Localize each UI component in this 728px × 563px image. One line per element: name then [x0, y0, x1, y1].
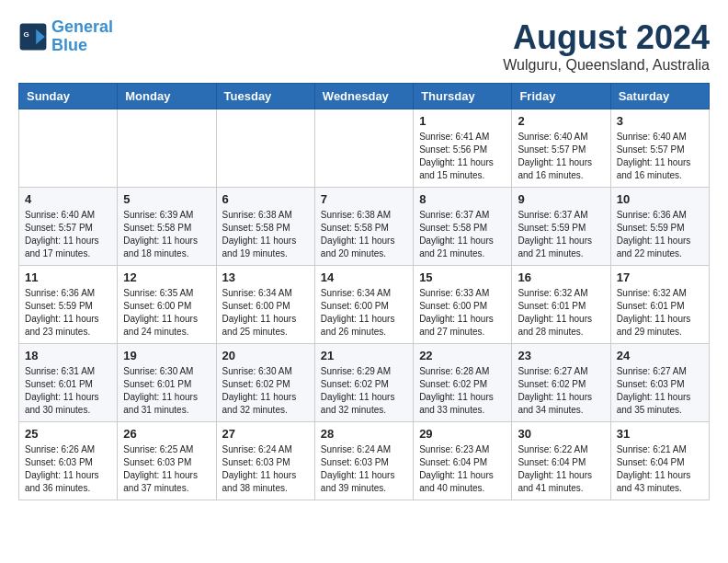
- calendar-week-5: 25Sunrise: 6:26 AMSunset: 6:03 PMDayligh…: [19, 422, 710, 500]
- day-info: Sunrise: 6:39 AMSunset: 5:58 PMDaylight:…: [123, 209, 210, 260]
- day-number: 13: [222, 270, 309, 284]
- day-number: 8: [419, 192, 506, 206]
- day-number: 22: [419, 349, 506, 362]
- calendar-cell: 10Sunrise: 6:36 AMSunset: 5:59 PMDayligh…: [610, 188, 709, 266]
- weekday-header-saturday: Saturday: [610, 84, 709, 109]
- day-number: 21: [321, 349, 407, 362]
- calendar-cell: 24Sunrise: 6:27 AMSunset: 6:03 PMDayligh…: [610, 344, 709, 422]
- month-year-title: August 2024: [503, 18, 710, 57]
- day-info: Sunrise: 6:27 AMSunset: 6:03 PMDaylight:…: [617, 365, 703, 417]
- day-number: 18: [25, 349, 111, 362]
- day-number: 24: [617, 349, 703, 362]
- calendar-cell: 31Sunrise: 6:21 AMSunset: 6:04 PMDayligh…: [610, 422, 709, 500]
- calendar-cell: 7Sunrise: 6:38 AMSunset: 5:58 PMDaylight…: [314, 188, 413, 266]
- calendar-cell: 29Sunrise: 6:23 AMSunset: 6:04 PMDayligh…: [414, 422, 512, 500]
- day-info: Sunrise: 6:38 AMSunset: 5:58 PMDaylight:…: [222, 209, 309, 260]
- day-number: 9: [518, 192, 604, 206]
- day-number: 25: [25, 427, 111, 441]
- day-info: Sunrise: 6:32 AMSunset: 6:01 PMDaylight:…: [518, 287, 604, 339]
- day-info: Sunrise: 6:30 AMSunset: 6:01 PMDaylight:…: [123, 365, 210, 417]
- day-info: Sunrise: 6:41 AMSunset: 5:56 PMDaylight:…: [419, 131, 506, 182]
- day-number: 7: [321, 192, 407, 206]
- logo: G General Blue: [18, 18, 113, 55]
- day-number: 20: [222, 349, 309, 362]
- calendar-cell: 19Sunrise: 6:30 AMSunset: 6:01 PMDayligh…: [118, 344, 216, 422]
- day-number: 31: [617, 427, 703, 441]
- logo-text: General: [51, 18, 113, 37]
- calendar-cell: 11Sunrise: 6:36 AMSunset: 5:59 PMDayligh…: [19, 266, 118, 344]
- calendar-cell: 13Sunrise: 6:34 AMSunset: 6:00 PMDayligh…: [216, 266, 314, 344]
- day-number: 6: [222, 192, 309, 206]
- weekday-header-sunday: Sunday: [19, 84, 118, 109]
- weekday-header-tuesday: Tuesday: [216, 84, 314, 109]
- weekday-header-monday: Monday: [118, 84, 216, 109]
- day-number: 4: [25, 192, 111, 206]
- calendar-cell: 15Sunrise: 6:33 AMSunset: 6:00 PMDayligh…: [414, 266, 512, 344]
- day-info: Sunrise: 6:40 AMSunset: 5:57 PMDaylight:…: [518, 131, 604, 182]
- day-info: Sunrise: 6:28 AMSunset: 6:02 PMDaylight:…: [419, 365, 506, 417]
- calendar-week-3: 11Sunrise: 6:36 AMSunset: 5:59 PMDayligh…: [19, 266, 710, 344]
- day-info: Sunrise: 6:29 AMSunset: 6:02 PMDaylight:…: [321, 365, 407, 417]
- calendar-cell: 21Sunrise: 6:29 AMSunset: 6:02 PMDayligh…: [314, 344, 413, 422]
- day-number: 2: [518, 114, 604, 128]
- calendar-cell: 30Sunrise: 6:22 AMSunset: 6:04 PMDayligh…: [512, 422, 610, 500]
- location-text: Wulguru, Queensland, Australia: [503, 57, 710, 74]
- calendar-table: SundayMondayTuesdayWednesdayThursdayFrid…: [18, 83, 710, 500]
- day-info: Sunrise: 6:37 AMSunset: 5:58 PMDaylight:…: [419, 209, 506, 260]
- day-info: Sunrise: 6:38 AMSunset: 5:58 PMDaylight:…: [321, 209, 407, 260]
- logo-text2: Blue: [51, 37, 113, 55]
- day-number: 26: [123, 427, 210, 441]
- day-info: Sunrise: 6:40 AMSunset: 5:57 PMDaylight:…: [617, 131, 703, 182]
- calendar-cell: 5Sunrise: 6:39 AMSunset: 5:58 PMDaylight…: [118, 188, 216, 266]
- day-info: Sunrise: 6:23 AMSunset: 6:04 PMDaylight:…: [419, 443, 506, 495]
- calendar-cell: 22Sunrise: 6:28 AMSunset: 6:02 PMDayligh…: [414, 344, 512, 422]
- day-info: Sunrise: 6:21 AMSunset: 6:04 PMDaylight:…: [617, 443, 703, 495]
- day-number: 1: [419, 114, 506, 128]
- day-number: 19: [123, 349, 210, 362]
- day-info: Sunrise: 6:32 AMSunset: 6:01 PMDaylight:…: [617, 287, 703, 339]
- calendar-cell: 1Sunrise: 6:41 AMSunset: 5:56 PMDaylight…: [414, 109, 512, 188]
- day-number: 3: [617, 114, 703, 128]
- day-number: 12: [123, 270, 210, 284]
- calendar-cell: 12Sunrise: 6:35 AMSunset: 6:00 PMDayligh…: [118, 266, 216, 344]
- calendar-week-1: 1Sunrise: 6:41 AMSunset: 5:56 PMDaylight…: [19, 109, 710, 188]
- calendar-cell: [216, 109, 314, 188]
- day-number: 17: [617, 270, 703, 284]
- calendar-cell: 17Sunrise: 6:32 AMSunset: 6:01 PMDayligh…: [610, 266, 709, 344]
- day-info: Sunrise: 6:36 AMSunset: 5:59 PMDaylight:…: [617, 209, 703, 260]
- calendar-week-4: 18Sunrise: 6:31 AMSunset: 6:01 PMDayligh…: [19, 344, 710, 422]
- day-info: Sunrise: 6:36 AMSunset: 5:59 PMDaylight:…: [25, 287, 111, 339]
- page-header: G General Blue August 2024 Wulguru, Quee…: [18, 18, 710, 74]
- weekday-header-thursday: Thursday: [414, 84, 512, 109]
- day-number: 10: [617, 192, 703, 206]
- day-info: Sunrise: 6:22 AMSunset: 6:04 PMDaylight:…: [518, 443, 604, 495]
- calendar-cell: 20Sunrise: 6:30 AMSunset: 6:02 PMDayligh…: [216, 344, 314, 422]
- day-info: Sunrise: 6:31 AMSunset: 6:01 PMDaylight:…: [25, 365, 111, 417]
- svg-text:G: G: [24, 30, 29, 39]
- calendar-cell: 8Sunrise: 6:37 AMSunset: 5:58 PMDaylight…: [414, 188, 512, 266]
- day-info: Sunrise: 6:34 AMSunset: 6:00 PMDaylight:…: [321, 287, 407, 339]
- day-number: 15: [419, 270, 506, 284]
- calendar-cell: 4Sunrise: 6:40 AMSunset: 5:57 PMDaylight…: [19, 188, 118, 266]
- day-number: 27: [222, 427, 309, 441]
- calendar-cell: 18Sunrise: 6:31 AMSunset: 6:01 PMDayligh…: [19, 344, 118, 422]
- calendar-cell: 9Sunrise: 6:37 AMSunset: 5:59 PMDaylight…: [512, 188, 610, 266]
- weekday-header-wednesday: Wednesday: [314, 84, 413, 109]
- calendar-cell: [19, 109, 118, 188]
- day-info: Sunrise: 6:37 AMSunset: 5:59 PMDaylight:…: [518, 209, 604, 260]
- calendar-cell: [314, 109, 413, 188]
- calendar-cell: 25Sunrise: 6:26 AMSunset: 6:03 PMDayligh…: [19, 422, 118, 500]
- weekday-header-row: SundayMondayTuesdayWednesdayThursdayFrid…: [19, 84, 710, 109]
- day-info: Sunrise: 6:34 AMSunset: 6:00 PMDaylight:…: [222, 287, 309, 339]
- day-number: 29: [419, 427, 506, 441]
- calendar-week-2: 4Sunrise: 6:40 AMSunset: 5:57 PMDaylight…: [19, 188, 710, 266]
- weekday-header-friday: Friday: [512, 84, 610, 109]
- calendar-cell: 6Sunrise: 6:38 AMSunset: 5:58 PMDaylight…: [216, 188, 314, 266]
- title-block: August 2024 Wulguru, Queensland, Austral…: [503, 18, 710, 74]
- calendar-cell: 28Sunrise: 6:24 AMSunset: 6:03 PMDayligh…: [314, 422, 413, 500]
- calendar-cell: 2Sunrise: 6:40 AMSunset: 5:57 PMDaylight…: [512, 109, 610, 188]
- day-info: Sunrise: 6:30 AMSunset: 6:02 PMDaylight:…: [222, 365, 309, 417]
- day-number: 28: [321, 427, 407, 441]
- calendar-cell: 16Sunrise: 6:32 AMSunset: 6:01 PMDayligh…: [512, 266, 610, 344]
- day-info: Sunrise: 6:35 AMSunset: 6:00 PMDaylight:…: [123, 287, 210, 339]
